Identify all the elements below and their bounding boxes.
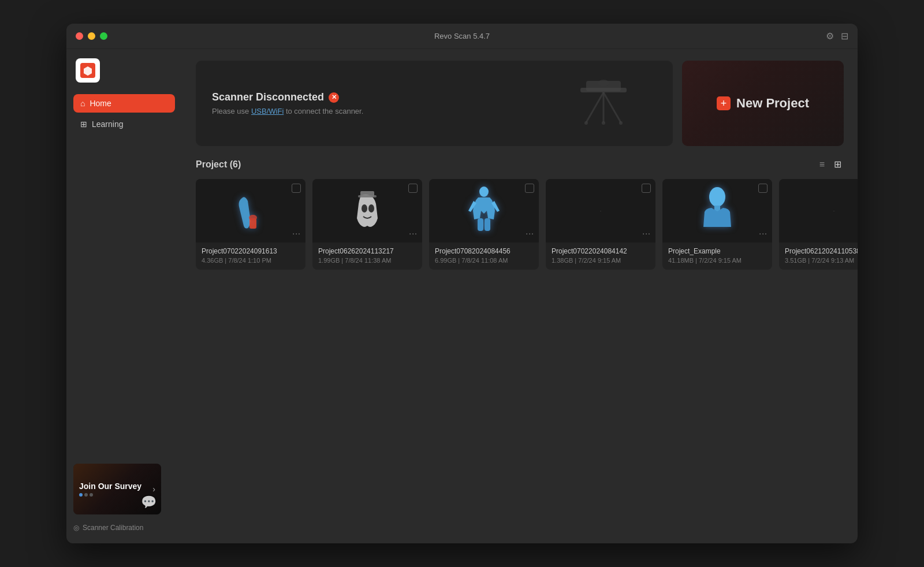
project-card[interactable]: ··· Project_Example 41.18MB | 7/2/24 9:1…	[662, 179, 772, 270]
project-checkbox[interactable]	[758, 184, 767, 193]
svg-point-13	[368, 204, 374, 212]
book-icon: ⊞	[80, 120, 87, 129]
scanner-status-title: Scanner Disconnected	[212, 91, 324, 103]
svg-point-16	[479, 186, 489, 197]
dot-1	[79, 493, 83, 497]
disconnect-badge: ✕	[329, 92, 339, 103]
project-name: Project07022024091613	[202, 247, 300, 255]
app-window: Revo Scan 5.4.7 ⚙ ⊟ ⌂ Home	[66, 24, 858, 543]
survey-card[interactable]: Join Our Survey › 💬	[73, 464, 161, 514]
empty-thumb: ·	[599, 207, 601, 214]
svg-point-11	[249, 215, 257, 221]
project-grid: ··· Project07022024091613 4.36GB | 7/8/2…	[196, 179, 844, 270]
window-controls	[76, 32, 107, 40]
sidebar-item-home[interactable]: ⌂ Home	[73, 94, 175, 113]
settings-icon[interactable]: ⚙	[826, 31, 834, 42]
project-meta: 3.51GB | 7/2/24 9:13 AM	[785, 257, 858, 264]
project-info: Project07082024084456 6.99GB | 7/8/24 11…	[429, 243, 539, 270]
project-thumbnail: ···	[429, 179, 539, 243]
project-checkbox[interactable]	[408, 184, 418, 193]
minimize-button[interactable]	[88, 32, 95, 40]
app-logo	[76, 58, 100, 83]
scanner-title-row: Scanner Disconnected ✕	[212, 91, 363, 103]
project-card[interactable]: ··· Project07022024091613 4.36GB | 7/8/2…	[196, 179, 305, 270]
project-meta: 1.38GB | 7/2/24 9:15 AM	[552, 257, 650, 264]
app-title: Revo Scan 5.4.7	[434, 32, 490, 40]
save-icon[interactable]: ⊟	[841, 31, 848, 42]
new-project-panel[interactable]: + New Project	[682, 61, 844, 146]
project-thumbnail: ···	[312, 179, 422, 243]
projects-title: Project (6)	[196, 159, 241, 170]
project-thumbnail: ···	[662, 179, 772, 243]
logo-cube	[80, 63, 95, 78]
scanner-description: Please use USB/WiFi to connect the scann…	[212, 107, 363, 115]
project-info: Project07022024084142 1.38GB | 7/2/24 9:…	[546, 243, 655, 270]
project-card[interactable]: ··· Project07082024084456 6.99GB | 7/8/2…	[429, 179, 539, 270]
project-checkbox[interactable]	[292, 184, 301, 193]
sidebar-item-learning[interactable]: ⊞ Learning	[73, 115, 175, 133]
survey-emoji: 💬	[141, 495, 157, 510]
survey-dots	[79, 493, 149, 497]
survey-arrow[interactable]: ›	[152, 484, 155, 494]
svg-point-8	[602, 121, 605, 125]
project-card[interactable]: · ··· Project07022024084142 1.38GB | 7/2…	[546, 179, 655, 270]
close-button[interactable]	[76, 32, 83, 40]
calibration-icon: ◎	[73, 524, 79, 532]
new-project-label: New Project	[736, 96, 809, 111]
project-menu-button[interactable]: ···	[292, 229, 301, 238]
project-meta: 6.99GB | 7/8/24 11:08 AM	[435, 257, 533, 264]
dot-3	[90, 493, 93, 497]
project-info: Project06262024113217 1.99GB | 7/8/24 11…	[312, 243, 422, 270]
project-checkbox[interactable]	[525, 184, 534, 193]
list-view-button[interactable]: ≡	[817, 158, 827, 171]
svg-point-3	[598, 80, 609, 87]
maximize-button[interactable]	[100, 32, 107, 40]
scanner-info: Scanner Disconnected ✕ Please use USB/Wi…	[212, 91, 363, 115]
empty-thumb: ·	[833, 207, 834, 214]
project-name: Project06262024113217	[318, 247, 416, 255]
sidebar-bottom: Join Our Survey › 💬 ◎	[73, 464, 175, 534]
usb-wifi-link[interactable]: USB/WiFi	[251, 107, 284, 115]
svg-point-19	[709, 187, 725, 207]
sidebar: ⌂ Home ⊞ Learning Join Our Survey	[66, 49, 182, 543]
svg-rect-18	[485, 218, 490, 231]
project-name: Project06212024110538	[785, 247, 858, 255]
project-meta: 41.18MB | 7/2/24 9:15 AM	[668, 257, 766, 264]
titlebar-actions: ⚙ ⊟	[826, 31, 848, 42]
home-icon: ⌂	[80, 99, 85, 108]
view-controls: ≡ ⊞	[817, 158, 844, 171]
svg-point-9	[619, 121, 623, 125]
svg-marker-0	[84, 66, 92, 76]
learning-label: Learning	[92, 120, 124, 129]
svg-rect-2	[580, 88, 627, 92]
dot-2	[84, 493, 88, 497]
project-thumbnail: ···	[196, 179, 305, 243]
svg-rect-15	[358, 195, 377, 197]
project-name: Project_Example	[668, 247, 766, 255]
svg-point-12	[362, 204, 367, 212]
project-menu-button[interactable]: ···	[759, 229, 767, 238]
top-panels: Scanner Disconnected ✕ Please use USB/Wi…	[196, 61, 844, 146]
new-project-icon: +	[717, 96, 731, 110]
project-meta: 1.99GB | 7/8/24 11:38 AM	[318, 257, 416, 264]
new-project-content: + New Project	[717, 96, 809, 111]
project-menu-button[interactable]: ···	[642, 229, 651, 238]
project-menu-button[interactable]: ···	[409, 229, 418, 238]
project-name: Project07022024084142	[552, 247, 650, 255]
project-card[interactable]: ··· Project06262024113217 1.99GB | 7/8/2…	[312, 179, 422, 270]
scanner-illustration	[569, 70, 638, 136]
projects-section: Project (6) ≡ ⊞	[196, 158, 844, 532]
survey-title: Join Our Survey	[79, 482, 149, 491]
project-card[interactable]: · ··· Project06212024110538 3.51GB | 7/2…	[779, 179, 858, 270]
main-layout: ⌂ Home ⊞ Learning Join Our Survey	[66, 49, 858, 543]
titlebar: Revo Scan 5.4.7 ⚙ ⊟	[66, 24, 858, 49]
project-meta: 4.36GB | 7/8/24 1:10 PM	[202, 257, 300, 264]
scanner-calibration[interactable]: ◎ Scanner Calibration	[73, 521, 175, 534]
survey-text: Join Our Survey	[79, 482, 149, 497]
project-name: Project07082024084456	[435, 247, 533, 255]
project-checkbox[interactable]	[642, 184, 651, 193]
svg-line-4	[586, 92, 603, 122]
sidebar-nav: ⌂ Home ⊞ Learning	[73, 94, 175, 133]
grid-view-button[interactable]: ⊞	[832, 158, 844, 171]
project-menu-button[interactable]: ···	[526, 229, 534, 238]
